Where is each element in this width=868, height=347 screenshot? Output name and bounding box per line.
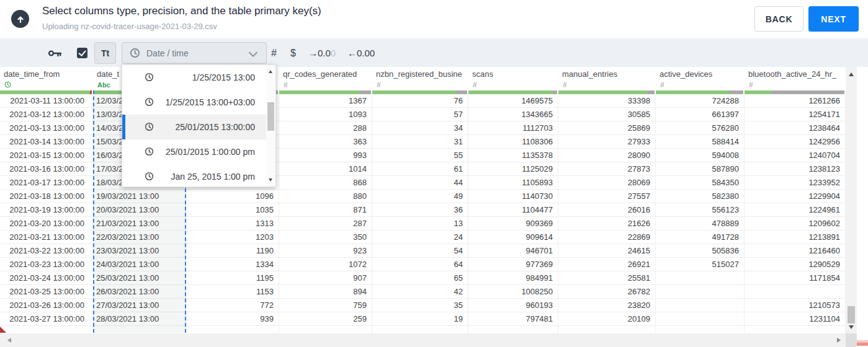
table-cell: 1229904 (745, 190, 846, 203)
scroll-down-arrow-icon[interactable] (849, 325, 854, 329)
table-cell (279, 326, 372, 333)
column-header-bluetooth_active_24_hr_[interactable]: bluetooth_active_24_hr_# (745, 67, 846, 94)
table-cell: 1014 (279, 162, 372, 176)
column-name: qr_codes_generated (283, 69, 357, 79)
table-cell: 1008250 (468, 285, 558, 299)
vertical-scrollbar[interactable] (846, 67, 857, 333)
table-cell: 1290529 (745, 258, 846, 271)
column-header-scans[interactable]: scans# (468, 67, 558, 94)
dropdown-scrollbar-thumb[interactable] (267, 102, 274, 131)
clock-icon (145, 122, 154, 131)
table-cell (186, 326, 279, 333)
date-format-option[interactable]: Jan 25, 2015 1:00 pm (122, 164, 275, 187)
table-cell: 2021-03-19 13:00:00 (0, 203, 93, 217)
table-cell: 772 (186, 299, 279, 312)
table-cell (656, 285, 745, 299)
table-cell: 894 (279, 285, 372, 299)
table-cell: 350 (279, 231, 372, 244)
table-cell: 1190 (186, 244, 279, 258)
table-cell (656, 312, 745, 326)
table-cell: 64 (372, 258, 468, 271)
date-format-option[interactable]: 1/25/2015 13:00 (122, 65, 275, 90)
back-button[interactable]: BACK (754, 6, 803, 32)
table-cell: 576280 (656, 121, 745, 135)
clock-icon (145, 172, 154, 181)
table-cell: 923 (279, 244, 372, 258)
date-format-option[interactable]: 25/01/2015 1:00:00 pm (122, 139, 275, 164)
table-cell (558, 326, 656, 333)
table-cell: 984991 (468, 271, 558, 285)
table-cell: 880 (279, 190, 372, 203)
decrease-decimal-button[interactable]: ←0.00 (347, 39, 375, 67)
column-header-date_time_from[interactable]: date_time_from (0, 67, 93, 94)
dropdown-scroll-down-icon[interactable] (269, 178, 272, 182)
table-cell: 960193 (468, 299, 558, 312)
currency-type-icon[interactable]: $ (290, 39, 296, 67)
table-cell: 1096 (186, 190, 279, 203)
increase-decimal-label: →0.0 (308, 48, 331, 58)
table-cell: 1233952 (745, 176, 846, 190)
dropdown-scroll-up-icon[interactable] (269, 70, 272, 73)
csv-upload-wizard: Select columns type, precision, and the … (0, 0, 868, 347)
table-cell: 1367 (279, 94, 372, 108)
clock-icon (145, 122, 154, 131)
table-cell (656, 271, 745, 285)
clock-icon (145, 97, 154, 107)
primary-key-icon[interactable] (48, 49, 61, 58)
option-label: Jan 25, 2015 1:00 pm (171, 172, 255, 182)
scroll-up-arrow-icon[interactable] (849, 72, 854, 76)
table-cell: 1108306 (468, 135, 558, 149)
text-type-button[interactable]: Tt (94, 42, 116, 64)
table-cell: 1469575 (468, 94, 558, 108)
table-cell: 24/03/2021 13:00 (93, 258, 186, 271)
table-cell: 2021-03-21 13:00:00 (0, 231, 93, 244)
date-format-option[interactable]: 25/01/2015 13:00:00 (122, 115, 275, 139)
table-cell: 797481 (468, 312, 558, 326)
table-cell: 21/03/2021 13:00 (93, 217, 186, 231)
column-header-manual_entries[interactable]: manual_entries# (558, 67, 656, 94)
option-label: 25/01/2015 1:00:00 pm (166, 147, 255, 157)
table-cell: 946701 (468, 244, 558, 258)
table-cell: 24615 (558, 244, 656, 258)
table-cell: 2021-03-25 13:00:00 (0, 285, 93, 299)
table-cell: 30585 (558, 108, 656, 121)
number-type-icon[interactable]: # (271, 39, 277, 67)
table-cell: 1343665 (468, 108, 558, 121)
date-format-option[interactable]: 1/25/2015 13:00+03:00 (122, 90, 275, 115)
scroll-right-arrow-icon[interactable] (837, 338, 841, 343)
column-type-select[interactable]: Date / time (122, 42, 267, 64)
table-cell: 1203 (186, 231, 279, 244)
table-cell: 582380 (656, 190, 745, 203)
include-column-checkbox[interactable] (77, 48, 87, 58)
column-header-qr_codes_generated[interactable]: qr_codes_generated# (279, 67, 372, 94)
table-cell: 26921 (558, 258, 656, 271)
option-label: 25/01/2015 13:00:00 (176, 122, 255, 132)
horizontal-scrollbar[interactable] (0, 333, 846, 347)
scroll-left-arrow-icon[interactable] (7, 338, 11, 343)
clock-icon (145, 97, 154, 107)
option-label: 1/25/2015 13:00+03:00 (166, 97, 255, 107)
clock-icon (130, 48, 140, 58)
table-cell: 1238123 (745, 162, 846, 176)
column-type-toolbar: Tt Date / time # $ →0.00 ←0.00 (0, 39, 868, 67)
table-cell: 2021-03-22 13:00:00 (0, 244, 93, 258)
table-cell: 363 (279, 135, 372, 149)
table-cell (656, 299, 745, 312)
table-cell: 1171854 (745, 271, 846, 285)
increase-decimal-button[interactable]: →0.00 (308, 39, 336, 67)
table-cell: 909369 (468, 217, 558, 231)
number-type-label: # (563, 81, 567, 89)
table-cell: 1334 (186, 258, 279, 271)
table-cell: 478889 (656, 217, 745, 231)
table-cell (745, 326, 846, 333)
table-cell: 2021-03-17 13:00:00 (0, 176, 93, 190)
upload-status-text: Uploading nz-covid-tracer-usage-2021-03-… (42, 22, 217, 31)
column-header-active_devices[interactable]: active_devices# (656, 67, 745, 94)
vertical-scrollbar-thumb[interactable] (848, 306, 855, 323)
table-cell: 55 (372, 149, 468, 162)
next-button[interactable]: NEXT (808, 6, 859, 32)
column-header-nzbn_registered_busine[interactable]: nzbn_registered_busine# (372, 67, 468, 94)
dropdown-scrollbar[interactable] (266, 65, 275, 187)
table-cell: 759 (279, 299, 372, 312)
table-cell: 27557 (558, 190, 656, 203)
